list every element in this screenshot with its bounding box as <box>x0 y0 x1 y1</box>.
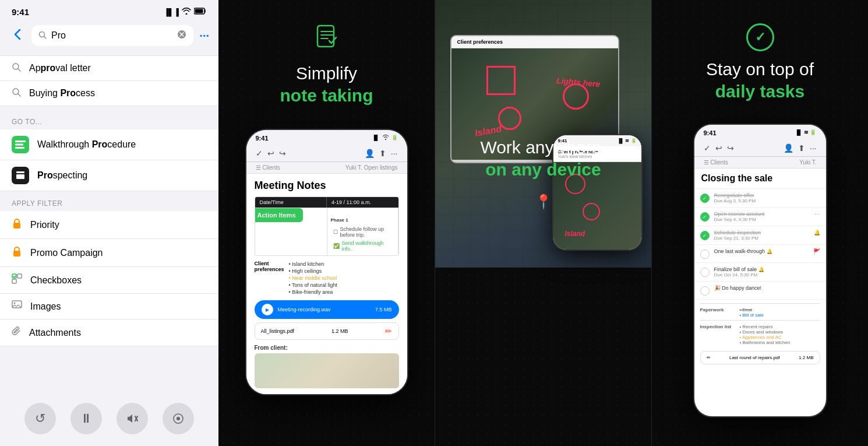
task-text-5: Finalize bill of sale 🔔 <box>714 266 820 272</box>
task-1: ✓ Renegotiate offer Due Aug 3, 5:30 PM <box>694 189 826 208</box>
tasks-phone-toolbar: ✓ ↩ ↪ 👤 ⬆ ··· <box>694 140 826 157</box>
checkbox-filter-icon <box>12 273 22 287</box>
filter-attachments[interactable]: Attachments <box>0 319 218 346</box>
client-preferences-section: Clientpreferences Island kitchen High ce… <box>255 261 399 296</box>
svg-line-3 <box>44 36 47 38</box>
lights-annotation: Lights here <box>556 76 601 89</box>
task-wrap-5: Finalize bill of sale 🔔 Due Oct 24, 5:30… <box>714 266 820 278</box>
filter-images[interactable]: Images <box>0 294 218 319</box>
tasks-note-title: Closing the sale <box>694 168 826 189</box>
pref-light: Tons of natural light <box>289 282 338 289</box>
task-wrap-1: Renegotiate offer Due Aug 3, 5:30 PM <box>714 192 820 203</box>
svg-rect-19 <box>17 274 22 278</box>
task-6: 🎉 Do happy dance! <box>694 282 826 300</box>
goto-walkthrough-text: Walkthrough Procedure <box>37 139 136 150</box>
phone-breadcrumb-1: ☰ Clients Yuki T. Open listings <box>246 162 407 174</box>
phone-note-title-1: Meeting Notes <box>255 180 399 192</box>
task-done-2: ✓ <box>700 212 710 222</box>
inspection-item-2: • Doors and windows <box>740 329 791 335</box>
pref-school: Near middle school <box>289 275 338 282</box>
phone-checklist: ☐ Schedule follow up before trip. ✅ Send… <box>331 225 393 253</box>
more-options-button[interactable]: ··· <box>199 29 209 43</box>
search-suggest-icon-2 <box>12 87 21 99</box>
svg-rect-17 <box>13 251 20 257</box>
svg-line-10 <box>18 94 20 96</box>
bottom-controls: ↺ ⏸ <box>0 403 218 434</box>
filter-section-label: APPLY FILTER <box>0 191 218 211</box>
svg-rect-12 <box>15 144 23 146</box>
filter-priority[interactable]: Priority <box>0 211 218 239</box>
pref-ceilings: High ceilings <box>289 268 338 275</box>
filter-promo-campaign[interactable]: Promo Campaign <box>0 239 218 267</box>
task-wrap-4: One last walk-through 🔔 <box>714 248 809 254</box>
pref-island: Island kitchen <box>289 261 338 268</box>
panel2-work-anywhere: Client preferences Island Lights here <box>435 0 651 446</box>
audio-filename: Meeting-recording.wav <box>278 307 331 312</box>
play-button[interactable]: ▶ <box>262 304 273 315</box>
checkbox-unchecked-1: ☐ <box>333 229 338 235</box>
suggestion-text-2: Buying Process <box>29 88 95 99</box>
suggestion-text-1: Approval letter <box>29 63 91 73</box>
task-3: ✓ Schedule inspection Due Sep 21, 3:30 P… <box>694 226 826 245</box>
table-action-label: Action Items <box>255 208 327 255</box>
filter-images-text: Images <box>30 301 61 312</box>
phone-battery-icon: 🔋 <box>391 135 398 142</box>
task-wrap-6: 🎉 Do happy dance! <box>714 285 820 291</box>
filter-checkboxes[interactable]: Checkboxes <box>0 267 218 294</box>
filter-priority-text: Priority <box>30 220 59 230</box>
task-5: Finalize bill of sale 🔔 Due Oct 24, 5:30… <box>694 263 826 282</box>
pause-button[interactable]: ⏸ <box>70 403 102 434</box>
task-2: ✓ Open escrow account Due Sep 4, 4:30 PM… <box>694 208 826 226</box>
task-text-2: Open escrow account <box>714 211 810 217</box>
task-text-6: 🎉 Do happy dance! <box>714 285 820 291</box>
tasks-table-section: Paperwork • Deal • Bill of sale Inspecti… <box>694 300 826 349</box>
goto-walkthrough[interactable]: Walkthrough Procedure <box>0 129 218 160</box>
phone-screen-1: 9:41 ▐▌ 🔋 ✓ ↩ ↪ <box>246 130 407 394</box>
panel2-bottom-text: Work anywhere, on any device 📍 <box>447 138 640 210</box>
tasks-phone-time: 9:41 <box>704 129 717 136</box>
breadcrumb-right: Yuki T. Open listings <box>345 164 398 171</box>
tasks-toolbar-left: ✓ ↩ ↪ <box>704 143 734 153</box>
tasks-undo-icon: ↩ <box>715 143 722 153</box>
task-text-3: Schedule inspection <box>714 230 809 236</box>
suggestion-buying-process[interactable]: Buying Process <box>0 81 218 106</box>
checklist-item-2: ✅ Send walkthrough info. <box>333 239 393 253</box>
phone-toolbar-left-icons: ✓ ↩ ↪ <box>256 149 286 158</box>
phone-toolbar-1: ✓ ↩ ↪ 👤 ⬆ ··· <box>246 145 407 162</box>
table-col-datetime: Date/Time <box>255 197 327 208</box>
search-input-container[interactable]: Pro <box>31 25 193 46</box>
tasks-pdf-size: 1.2 MB <box>799 355 813 360</box>
svg-rect-13 <box>15 147 24 149</box>
client-prefs-list: Island kitchen High ceilings Near middle… <box>289 261 338 296</box>
tasks-more-icon: ··· <box>810 143 817 153</box>
inspection-item-1: • Recent repairs <box>740 324 791 329</box>
checklist-text-2: Send walkthrough info. <box>342 240 393 252</box>
status-bar: 9:41 ▐▌▐ <box>0 0 218 22</box>
search-icon <box>38 31 47 41</box>
search-clear-button[interactable] <box>177 30 186 41</box>
svg-rect-14 <box>16 171 24 173</box>
prospecting-icon <box>12 167 29 184</box>
search-bar-row: Pro ··· <box>0 22 218 52</box>
goto-prospecting[interactable]: Prospecting <box>0 160 218 191</box>
table-checklist-cell: Phase 1 ☐ Schedule follow up before trip… <box>327 208 398 255</box>
back-button[interactable] <box>9 29 26 43</box>
share-toolbar-icon: ⬆ <box>379 149 386 158</box>
tools-button[interactable] <box>163 403 194 434</box>
audio-file-section: ▶ Meeting-recording.wav 7.5 MB <box>255 300 399 319</box>
task-wrap-3: Schedule inspection Due Sep 21, 3:30 PM <box>714 230 809 241</box>
mute-button[interactable] <box>117 403 148 434</box>
undo-toolbar-icon: ↩ <box>267 149 274 158</box>
audio-size: 7.5 MB <box>375 307 392 312</box>
panel1-simplify-note-taking: Simplify note taking 9:41 ▐▌ 🔋 <box>218 0 435 446</box>
panel2-location-icon: 📍 <box>447 194 640 210</box>
search-input[interactable]: Pro <box>51 30 172 41</box>
svg-point-26 <box>177 417 180 420</box>
refresh-button[interactable]: ↺ <box>24 403 56 434</box>
suggestions-section: Approval letter Buying Process <box>0 52 218 110</box>
suggestion-approval-letter[interactable]: Approval letter <box>0 55 218 81</box>
priority-lock-icon <box>12 217 22 232</box>
filter-promo-text: Promo Campaign <box>30 248 103 258</box>
task-due-5: Due Oct 24, 5:30 PM <box>714 272 820 278</box>
goto-prospecting-text: Prospecting <box>37 170 87 181</box>
